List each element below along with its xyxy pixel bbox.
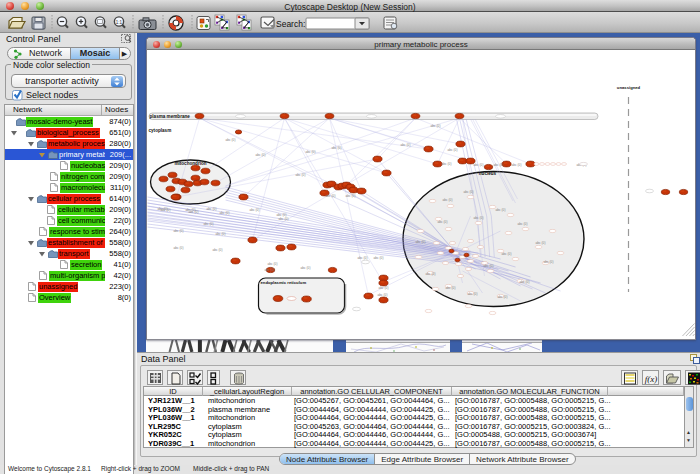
svg-text:abc (0): abc (0) bbox=[189, 210, 199, 214]
svg-text:abc (0): abc (0) bbox=[448, 148, 458, 152]
svg-text:abc (0): abc (0) bbox=[464, 190, 474, 194]
svg-text:abc (0): abc (0) bbox=[426, 272, 436, 276]
svg-text:abc (0): abc (0) bbox=[446, 286, 456, 290]
svg-text:abc (0): abc (0) bbox=[213, 248, 223, 252]
svg-text:f(x): f(x) bbox=[645, 374, 658, 384]
svg-text:abc (0): abc (0) bbox=[378, 293, 388, 297]
svg-text:abc (0): abc (0) bbox=[442, 162, 452, 166]
svg-text:abc (0): abc (0) bbox=[332, 146, 342, 150]
svg-text:Search:: Search: bbox=[276, 19, 305, 29]
svg-text:abc (0): abc (0) bbox=[306, 150, 316, 154]
svg-text:abc (0): abc (0) bbox=[250, 208, 260, 212]
svg-text:abc (0): abc (0) bbox=[296, 173, 306, 177]
svg-text:abc (0): abc (0) bbox=[220, 211, 230, 215]
svg-text:abc (0): abc (0) bbox=[474, 216, 484, 220]
svg-text:abc (0): abc (0) bbox=[520, 280, 530, 284]
svg-text:abc (0): abc (0) bbox=[468, 292, 478, 296]
svg-text:abc (0): abc (0) bbox=[268, 262, 278, 266]
svg-text:mitochondrion: mitochondrion bbox=[174, 161, 206, 166]
svg-text:abc (0): abc (0) bbox=[226, 138, 236, 142]
svg-text:abc (0): abc (0) bbox=[502, 252, 512, 256]
svg-text:endoplasmic reticulum: endoplasmic reticulum bbox=[261, 280, 307, 285]
svg-text:abc (0): abc (0) bbox=[379, 286, 389, 290]
svg-text:abc (0): abc (0) bbox=[326, 194, 336, 198]
svg-text:plasma membrane: plasma membrane bbox=[150, 114, 191, 119]
svg-text:abc (0): abc (0) bbox=[346, 194, 356, 198]
svg-text:abc (0): abc (0) bbox=[544, 260, 554, 264]
svg-text:cytoplasm: cytoplasm bbox=[149, 128, 172, 133]
svg-text:abc (0): abc (0) bbox=[518, 222, 528, 226]
svg-text:abc (0): abc (0) bbox=[256, 153, 266, 157]
svg-text:1:1: 1:1 bbox=[116, 20, 123, 25]
svg-text:abc (0): abc (0) bbox=[536, 241, 546, 245]
svg-text:abc (0): abc (0) bbox=[401, 143, 411, 147]
svg-text:abc (0): abc (0) bbox=[438, 220, 448, 224]
svg-text:abc (0): abc (0) bbox=[358, 256, 368, 260]
svg-text:nucleus: nucleus bbox=[479, 171, 497, 176]
svg-text:abc (0): abc (0) bbox=[374, 256, 384, 260]
svg-text:abc (0): abc (0) bbox=[301, 266, 311, 270]
svg-text:abc (0): abc (0) bbox=[512, 163, 522, 167]
svg-text:abc (0): abc (0) bbox=[265, 268, 275, 272]
svg-text:abc (0): abc (0) bbox=[216, 232, 226, 236]
svg-text:abc (0): abc (0) bbox=[174, 246, 184, 250]
svg-text:abc (0): abc (0) bbox=[279, 217, 289, 221]
svg-text:abc (0): abc (0) bbox=[174, 229, 184, 233]
svg-text:abc (0): abc (0) bbox=[416, 240, 426, 244]
svg-text:abc (0): abc (0) bbox=[204, 222, 214, 226]
svg-text:abc (0): abc (0) bbox=[498, 295, 508, 299]
svg-text:abc (0): abc (0) bbox=[484, 264, 494, 268]
svg-text:abc (0): abc (0) bbox=[494, 163, 504, 167]
svg-text:abc (0): abc (0) bbox=[443, 198, 453, 202]
svg-text:abc (0): abc (0) bbox=[474, 163, 484, 167]
svg-text:abc (0): abc (0) bbox=[207, 207, 217, 211]
svg-text:unassigned: unassigned bbox=[617, 85, 641, 90]
svg-text:abc (0): abc (0) bbox=[161, 208, 171, 212]
svg-text:abc (0): abc (0) bbox=[496, 208, 506, 212]
svg-text:abc (0): abc (0) bbox=[431, 124, 441, 128]
